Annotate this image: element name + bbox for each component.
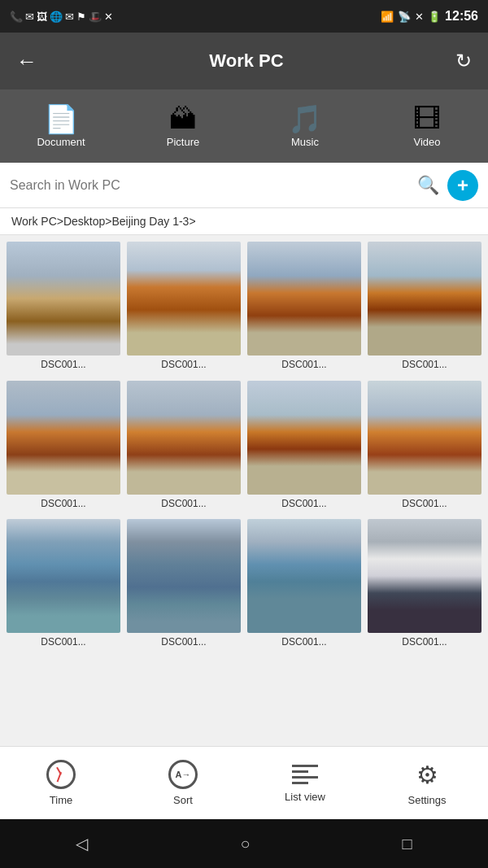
document-icon: 📄 bbox=[44, 105, 78, 133]
thumbnail-0 bbox=[7, 242, 120, 355]
grid-label-2: DSC001... bbox=[247, 359, 361, 370]
grid-item-6[interactable]: DSC001... bbox=[247, 381, 361, 513]
list-view-icon bbox=[290, 763, 320, 786]
status-bar: 📞 ✉ 🖼 🌐 ✉ ⚑ 🎩 ✕ 📶 📡 ✕ 🔋 12:56 bbox=[0, 0, 488, 33]
toolbar-list-view[interactable]: List view bbox=[244, 763, 366, 803]
toolbar-time[interactable]: Time bbox=[0, 760, 122, 806]
thumbnail-8 bbox=[7, 519, 120, 633]
settings-icon: ⚙ bbox=[416, 761, 438, 789]
hat-icon: 🎩 bbox=[89, 11, 102, 23]
video-icon: 🎞 bbox=[413, 105, 441, 133]
grid-item-0[interactable]: DSC001... bbox=[7, 242, 120, 374]
listview-line-3 bbox=[292, 776, 318, 779]
grid-label-9: DSC001... bbox=[127, 636, 241, 648]
grid-item-10[interactable]: DSC001... bbox=[247, 519, 361, 652]
grid-label-4: DSC001... bbox=[7, 498, 120, 509]
thumbnail-5 bbox=[127, 381, 241, 495]
msg-icon: ✉ bbox=[65, 11, 74, 23]
grid-label-0: DSC001... bbox=[7, 359, 120, 370]
alert-icon: ⚑ bbox=[76, 11, 86, 23]
toolbar-sort-label: Sort bbox=[173, 794, 193, 806]
document-label: Document bbox=[37, 136, 85, 148]
status-time: 12:56 bbox=[445, 9, 478, 24]
grid-item-5[interactable]: DSC001... bbox=[127, 381, 241, 513]
search-icon[interactable]: 🔍 bbox=[417, 175, 439, 196]
thumbnail-3 bbox=[368, 242, 481, 355]
signal-icon: 📶 bbox=[381, 11, 394, 23]
category-picture[interactable]: 🏔 Picture bbox=[122, 105, 244, 148]
search-bar: 🔍 + bbox=[0, 163, 488, 208]
system-nav-bar: ◁ ○ □ bbox=[0, 819, 488, 868]
x-icon: ✕ bbox=[104, 11, 113, 23]
grid-item-1[interactable]: DSC001... bbox=[127, 242, 241, 374]
status-bar-right: 📶 📡 ✕ 🔋 12:56 bbox=[381, 9, 478, 24]
nav-back-button[interactable]: ◁ bbox=[76, 834, 88, 853]
grid-item-7[interactable]: DSC001... bbox=[368, 381, 481, 513]
music-label: Music bbox=[291, 136, 319, 148]
email-icon: ✉ bbox=[25, 11, 34, 23]
grid-label-11: DSC001... bbox=[368, 636, 481, 648]
status-icons-left: 📞 ✉ 🖼 🌐 ✉ ⚑ 🎩 ✕ bbox=[10, 11, 113, 23]
nosim-icon: ✕ bbox=[415, 11, 424, 23]
refresh-button[interactable]: ↻ bbox=[455, 50, 472, 72]
listview-line-1 bbox=[292, 765, 318, 767]
picture-icon: 🏔 bbox=[169, 105, 197, 133]
search-input[interactable] bbox=[10, 178, 409, 193]
category-bar: 📄 Document 🏔 Picture 🎵 Music 🎞 Video bbox=[0, 89, 488, 163]
battery-icon: 🔋 bbox=[428, 11, 441, 23]
image-icon: 🖼 bbox=[37, 11, 47, 23]
grid-item-8[interactable]: DSC001... bbox=[7, 519, 120, 652]
photo-grid: DSC001... DSC001... DSC001... DSC001... … bbox=[0, 235, 488, 658]
category-document[interactable]: 📄 Document bbox=[0, 105, 122, 148]
thumbnail-11 bbox=[368, 519, 481, 633]
phone-icon: 📞 bbox=[10, 11, 23, 23]
clock-minute bbox=[57, 772, 62, 783]
globe-icon: 🌐 bbox=[50, 11, 63, 23]
nav-recent-button[interactable]: □ bbox=[402, 835, 412, 853]
grid-label-5: DSC001... bbox=[127, 498, 241, 509]
nav-home-button[interactable]: ○ bbox=[240, 835, 250, 853]
thumbnail-7 bbox=[368, 381, 481, 495]
grid-label-7: DSC001... bbox=[368, 498, 481, 509]
category-video[interactable]: 🎞 Video bbox=[366, 105, 488, 148]
toolbar-time-label: Time bbox=[50, 794, 72, 806]
toolbar-settings-label: Settings bbox=[408, 794, 447, 806]
grid-item-2[interactable]: DSC001... bbox=[247, 242, 361, 374]
sort-icon: A→ bbox=[168, 760, 198, 789]
category-music[interactable]: 🎵 Music bbox=[244, 105, 366, 148]
bottom-toolbar: Time A→ Sort List view ⚙ Settings bbox=[0, 746, 488, 819]
video-label: Video bbox=[413, 136, 440, 148]
page-title: Work PC bbox=[209, 50, 283, 72]
grid-item-4[interactable]: DSC001... bbox=[7, 381, 120, 513]
clock-icon bbox=[46, 760, 76, 789]
toolbar-listview-label: List view bbox=[285, 791, 325, 803]
grid-label-6: DSC001... bbox=[247, 498, 361, 509]
thumbnail-4 bbox=[7, 381, 120, 495]
thumbnail-10 bbox=[247, 519, 361, 633]
thumbnail-6 bbox=[247, 381, 361, 495]
grid-label-3: DSC001... bbox=[368, 359, 481, 370]
grid-label-1: DSC001... bbox=[127, 359, 241, 370]
grid-label-8: DSC001... bbox=[7, 636, 120, 648]
time-icon-wrap bbox=[46, 760, 76, 789]
listview-line-2 bbox=[292, 770, 308, 773]
back-button[interactable]: ← bbox=[16, 49, 37, 74]
top-nav: ← Work PC ↻ bbox=[0, 33, 488, 89]
thumbnail-1 bbox=[127, 242, 241, 355]
thumbnail-2 bbox=[247, 242, 361, 355]
grid-item-11[interactable]: DSC001... bbox=[368, 519, 481, 652]
breadcrumb: Work PC>Desktop>Beijing Day 1-3> bbox=[0, 208, 488, 235]
music-icon: 🎵 bbox=[288, 105, 322, 133]
grid-item-3[interactable]: DSC001... bbox=[368, 242, 481, 374]
listview-line-4 bbox=[292, 782, 308, 784]
add-button[interactable]: + bbox=[447, 170, 478, 201]
wifi-icon: 📡 bbox=[398, 11, 411, 23]
thumbnail-9 bbox=[127, 519, 241, 633]
picture-label: Picture bbox=[167, 136, 199, 148]
grid-item-9[interactable]: DSC001... bbox=[127, 519, 241, 652]
toolbar-sort[interactable]: A→ Sort bbox=[122, 760, 244, 806]
toolbar-settings[interactable]: ⚙ Settings bbox=[366, 761, 488, 806]
grid-label-10: DSC001... bbox=[247, 636, 361, 648]
